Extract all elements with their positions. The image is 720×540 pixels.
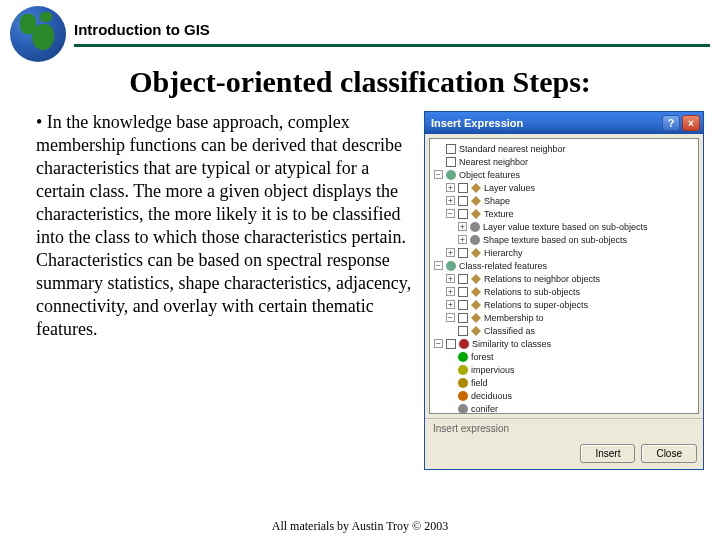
expand-icon[interactable]: + [458,235,467,244]
circle-icon [470,235,480,245]
expand-icon[interactable]: + [446,196,455,205]
close-button[interactable]: Close [641,444,697,463]
content-area: • In the knowledge base approach, comple… [0,111,720,470]
diamond-icon [471,196,481,206]
tree-label: Shape [484,196,510,206]
tree-node[interactable]: +Relations to sub-objects [432,285,696,298]
feature-tree[interactable]: Standard nearest neighborNearest neighbo… [429,138,699,414]
dialog-titlebar[interactable]: Insert Expression ? × [425,112,703,134]
tree-node[interactable]: field [432,376,696,389]
dialog-title: Insert Expression [431,117,523,129]
tree-label: impervious [471,365,515,375]
expand-icon[interactable]: − [446,209,455,218]
diamond-icon [471,326,481,336]
insert-expression-dialog: Insert Expression ? × Standard nearest n… [424,111,704,470]
tree-label: Class-related features [459,261,547,271]
tree-label: Layer values [484,183,535,193]
expand-icon[interactable]: − [446,313,455,322]
tree-label: Texture [484,209,514,219]
expand-icon[interactable]: + [446,248,455,257]
tree-label: Relations to sub-objects [484,287,580,297]
tree-node[interactable]: impervious [432,363,696,376]
tree-label: Standard nearest neighbor [459,144,566,154]
tree-label: Shape texture based on sub-objects [483,235,627,245]
checkbox-icon[interactable] [458,326,468,336]
tree-node[interactable]: +Relations to super-objects [432,298,696,311]
circle-icon [470,222,480,232]
expand-icon[interactable]: − [434,170,443,179]
expand-icon[interactable]: + [446,300,455,309]
circle-icon [458,365,468,375]
tree-node[interactable]: −Class-related features [432,259,696,272]
tree-node[interactable]: −Object features [432,168,696,181]
expand-icon[interactable]: + [446,183,455,192]
checkbox-icon[interactable] [446,157,456,167]
slide-title: Object-oriented classification Steps: [20,65,700,99]
footer-text: All materials by Austin Troy © 2003 [0,519,720,534]
tree-label: conifer [471,404,498,414]
expand-icon[interactable]: + [458,222,467,231]
tree-label: Similarity to classes [472,339,551,349]
tree-node[interactable]: +Layer value texture based on sub-object… [432,220,696,233]
circle-icon [458,352,468,362]
tree-label: deciduous [471,391,512,401]
tree-label: field [471,378,488,388]
checkbox-icon[interactable] [458,248,468,258]
circle-icon [446,261,456,271]
checkbox-icon[interactable] [458,287,468,297]
tree-node[interactable]: +Relations to neighbor objects [432,272,696,285]
checkbox-icon[interactable] [458,183,468,193]
tree-node[interactable]: forest [432,350,696,363]
close-icon[interactable]: × [682,115,700,131]
tree-label: Object features [459,170,520,180]
tree-node[interactable]: +Shape [432,194,696,207]
status-label: Insert expression [425,418,703,438]
tree-node[interactable]: −Membership to [432,311,696,324]
expand-icon[interactable]: − [434,261,443,270]
tree-node[interactable]: deciduous [432,389,696,402]
tree-label: Relations to super-objects [484,300,588,310]
checkbox-icon[interactable] [458,300,468,310]
slide-header: Introduction to GIS [0,0,720,62]
tree-node[interactable]: −Similarity to classes [432,337,696,350]
circle-icon [458,378,468,388]
expand-icon[interactable]: − [434,339,443,348]
checkbox-icon[interactable] [458,274,468,284]
circle-icon [446,170,456,180]
expand-icon[interactable]: + [446,287,455,296]
tree-label: forest [471,352,494,362]
checkbox-icon[interactable] [446,339,456,349]
diamond-icon [471,248,481,258]
help-button[interactable]: ? [662,115,680,131]
tree-node[interactable]: +Layer values [432,181,696,194]
diamond-icon [471,300,481,310]
tree-node[interactable]: Nearest neighbor [432,155,696,168]
diamond-icon [471,209,481,219]
tree-label: Classified as [484,326,535,336]
diamond-icon [471,274,481,284]
circle-icon [458,391,468,401]
circle-icon [458,404,468,414]
tree-node[interactable]: conifer [432,402,696,414]
expand-icon[interactable]: + [446,274,455,283]
globe-icon [10,6,66,62]
header-title: Introduction to GIS [74,21,210,48]
tree-node[interactable]: Standard nearest neighbor [432,142,696,155]
tree-label: Hierarchy [484,248,523,258]
tree-node[interactable]: +Shape texture based on sub-objects [432,233,696,246]
insert-button[interactable]: Insert [580,444,635,463]
diamond-icon [471,183,481,193]
diamond-icon [471,313,481,323]
checkbox-icon[interactable] [458,209,468,219]
tree-label: Membership to [484,313,544,323]
tree-label: Relations to neighbor objects [484,274,600,284]
diamond-icon [471,287,481,297]
tree-node[interactable]: +Hierarchy [432,246,696,259]
checkbox-icon[interactable] [458,313,468,323]
tree-node[interactable]: Classified as [432,324,696,337]
bullet-text: • In the knowledge base approach, comple… [36,111,412,470]
checkbox-icon[interactable] [458,196,468,206]
tree-node[interactable]: −Texture [432,207,696,220]
tree-label: Nearest neighbor [459,157,528,167]
checkbox-icon[interactable] [446,144,456,154]
